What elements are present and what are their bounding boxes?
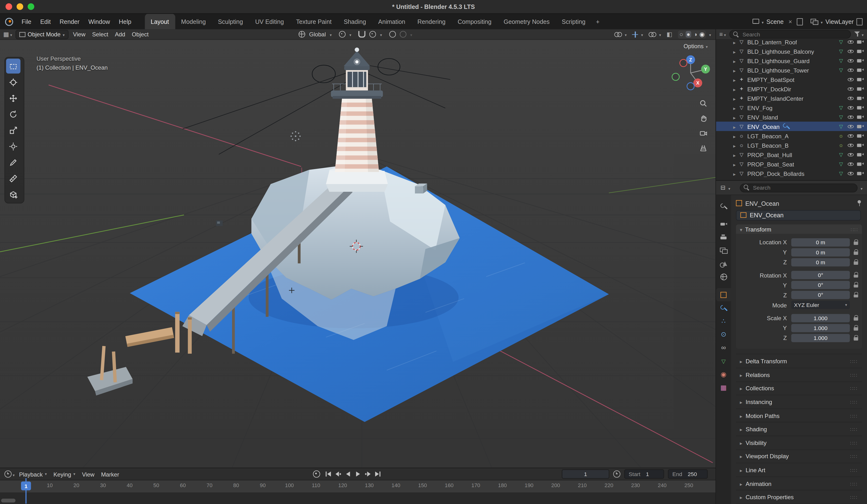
outliner-row[interactable]: LGT_Beacon_A [716,131,867,140]
outliner-row[interactable]: EMPTY_IslandCenter [716,94,867,103]
menu-item[interactable]: Edit [36,15,55,28]
tab-render[interactable] [716,217,731,230]
disable-in-render-toggle[interactable] [856,66,864,73]
shading-rendered-icon[interactable] [699,31,705,38]
hide-in-viewport-toggle[interactable] [847,104,854,111]
playhead[interactable]: 1 [21,482,31,491]
collapse-icon[interactable] [740,226,742,233]
workspace-tab[interactable]: Modeling [175,14,212,29]
workspace-tab[interactable]: Animation [372,14,411,29]
tab-object-data[interactable]: ▽ [716,354,731,368]
next-keyframe-button[interactable] [363,470,373,478]
properties-options-caret-icon[interactable] [861,184,863,191]
expand-arrow-icon[interactable] [733,142,736,149]
menu-item[interactable]: Render [55,15,84,28]
collapsed-panel-header[interactable]: Viewport Display [736,450,862,463]
expand-icon[interactable] [740,358,742,365]
tab-material[interactable]: ◉ [716,368,731,381]
value-field[interactable]: XYZ Euler [791,301,850,309]
lock-icon[interactable] [853,325,859,331]
object-name[interactable]: BLD_Lantern_Roof [747,38,797,45]
hide-in-viewport-toggle[interactable] [847,86,854,92]
timeline-editor-caret-icon[interactable] [13,471,15,478]
collapsed-panel-header[interactable]: Animation [736,477,862,491]
lock-icon[interactable] [853,239,859,245]
collapsed-panel-header[interactable]: Collections [736,382,862,395]
viewport-canvas[interactable] [0,40,715,468]
hide-in-viewport-toggle[interactable] [847,170,854,177]
object-name[interactable]: PROP_Dock_Bollards [747,170,804,177]
collapsed-panel-header[interactable]: Custom Properties [736,491,862,504]
tab-scene[interactable] [716,257,731,270]
disable-in-render-toggle[interactable] [856,114,864,120]
tool-move[interactable] [6,90,21,106]
play-button[interactable] [353,470,363,478]
proportional-falloff-icon[interactable] [400,31,407,37]
object-name[interactable]: BLD_Lighthouse_Tower [747,66,809,73]
new-view-layer-icon[interactable] [856,18,863,25]
jump-to-end-button[interactable] [373,470,383,478]
expand-icon[interactable] [740,439,742,446]
breadcrumb-object-name[interactable]: ENV_Ocean [745,200,779,207]
tab-object[interactable] [716,288,731,301]
viewport-menu-item[interactable]: Object [128,31,152,37]
outliner-row[interactable]: EMPTY_BoatSpot [716,75,867,84]
workspace-tab[interactable]: Texture Paint [290,14,338,29]
lock-icon[interactable] [853,249,859,255]
disable-in-render-toggle[interactable] [856,142,864,149]
outliner-row[interactable]: BLD_Lighthouse_Balcony [716,46,867,56]
timeline-menu-item[interactable]: Keying [50,471,78,478]
expand-arrow-icon[interactable] [733,95,736,102]
collapsed-panel-header[interactable]: Motion Paths [736,409,862,422]
new-scene-icon[interactable] [797,18,803,25]
timeline-menu-item[interactable]: Marker [98,471,122,478]
collapsed-panel-header[interactable]: Shading [736,422,862,436]
expand-icon[interactable] [740,399,742,406]
timeline-editor-icon[interactable] [4,471,12,478]
mode-selector[interactable]: Object Mode [15,30,68,39]
outliner-row[interactable]: EMPTY_DockDir [716,84,867,94]
disable-in-render-toggle[interactable] [856,104,864,111]
disable-in-render-toggle[interactable] [856,57,864,64]
tool-rotate[interactable] [6,107,21,122]
preview-range-icon[interactable] [613,471,621,478]
workspace-tab[interactable]: Shading [338,14,372,29]
value-field[interactable]: 0 m [791,238,850,246]
value-field[interactable]: 0° [791,291,850,299]
expand-arrow-icon[interactable] [733,170,736,177]
disable-in-render-toggle[interactable] [856,48,864,54]
hide-in-viewport-toggle[interactable] [847,95,854,102]
pivot-point-icon[interactable] [339,31,345,37]
expand-icon[interactable] [740,494,742,501]
show-gizmo-icon[interactable] [632,31,638,37]
menu-item[interactable]: Help [115,15,136,28]
transform-panel-header[interactable]: Transform [736,224,862,234]
toggle-ortho-button[interactable] [698,143,709,154]
value-field[interactable]: 1.000 [791,324,850,332]
tab-output[interactable] [716,230,731,244]
disable-in-render-toggle[interactable] [856,123,864,130]
timeline-scrollbar[interactable] [1,499,16,503]
lock-icon[interactable] [853,315,859,321]
hide-in-viewport-toggle[interactable] [847,151,854,158]
hide-in-viewport-toggle[interactable] [847,123,854,130]
expand-icon[interactable] [740,467,742,473]
navigation-gizmo[interactable]: Z Y X [668,52,712,94]
hide-in-viewport-toggle[interactable] [847,161,854,168]
toggle-xray-icon[interactable] [666,31,672,38]
shading-wireframe-icon[interactable] [679,31,683,37]
value-field[interactable]: 0° [791,281,850,289]
viewport-menu-item[interactable]: View [69,31,89,37]
lock-icon[interactable] [853,259,859,265]
collapsed-panel-header[interactable]: Relations [736,368,862,382]
disable-in-render-toggle[interactable] [856,38,864,45]
object-type-visibility-icon[interactable] [614,31,622,37]
disable-in-render-toggle[interactable] [856,151,864,158]
boat-spot-cube[interactable] [415,184,427,193]
tool-annotate[interactable] [6,155,21,170]
expand-arrow-icon[interactable] [733,48,736,54]
tool-measure[interactable] [6,171,21,186]
add-workspace-button[interactable]: + [591,18,604,25]
tool-add-cube[interactable] [6,187,21,202]
hide-in-viewport-toggle[interactable] [847,57,854,64]
